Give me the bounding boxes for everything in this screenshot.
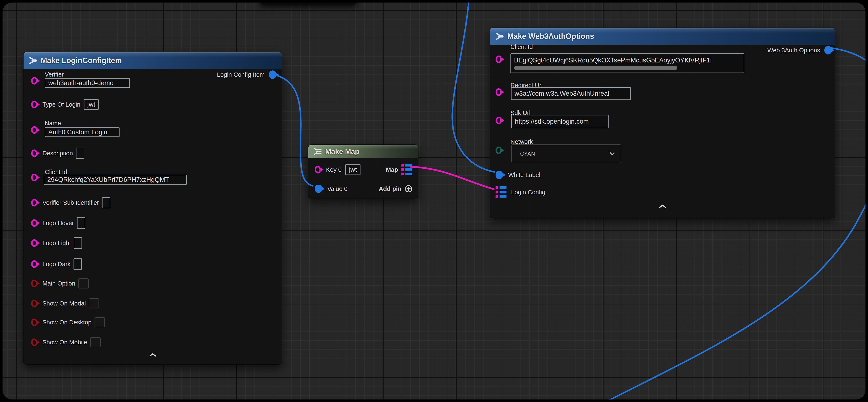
web3auth-options-output-pin[interactable]: [824, 46, 832, 54]
client-id-input[interactable]: BEglQSgt4cUWcj6SKRdu5QkOXTsePmMcusG5EAoy…: [510, 53, 744, 73]
pin-label-show-on-desktop: Show On Desktop: [42, 319, 92, 326]
logo-light-pin[interactable]: [31, 239, 37, 247]
make-struct-icon: [494, 32, 504, 41]
show-on-desktop-pin[interactable]: [31, 318, 37, 326]
node-make-map[interactable]: Make Map Key 0 jwt Map Value 0: [308, 144, 418, 199]
sdk-url-input[interactable]: https://sdk.openlogin.com: [511, 115, 609, 128]
name-input[interactable]: Auth0 Custom Login: [45, 127, 120, 137]
redirect-url-input[interactable]: w3a://com.w3a.Web3AuthUnreal: [511, 87, 631, 100]
client-id-input[interactable]: 294QRkchfq2YaXUbPri7D6PH7xzHgQMT: [44, 175, 187, 184]
pin-label-verifier: Verifier: [45, 71, 64, 78]
logo-dark-input[interactable]: [73, 258, 82, 270]
node-make-web3authoptions[interactable]: Make Web3AuthOptions Web 3Auth Options C…: [490, 28, 835, 219]
pin-label-value-0: Value 0: [327, 185, 347, 192]
network-dropdown[interactable]: CYAN: [511, 144, 621, 163]
offscreen-node-bottom: [260, 2, 357, 5]
pin-label-main-option: Main Option: [42, 280, 75, 287]
map-output-pin[interactable]: [401, 164, 412, 176]
verifier-pin[interactable]: [31, 77, 37, 85]
node-header[interactable]: Make LoginConfigItem: [24, 52, 282, 69]
pin-label-show-on-modal: Show On Modal: [42, 300, 86, 307]
verifier-sub-identifier-pin[interactable]: [31, 199, 37, 206]
main-option-checkbox[interactable]: [78, 278, 89, 288]
wire-top-to-whitelabel: [452, 2, 495, 172]
network-pin[interactable]: [496, 147, 502, 154]
pin-label-name: Name: [45, 120, 61, 127]
show-on-modal-checkbox[interactable]: [89, 298, 99, 309]
add-pin-label: Add pin: [379, 185, 401, 192]
logo-hover-input[interactable]: [77, 218, 85, 229]
pin-label-logo-dark: Logo Dark: [42, 261, 70, 268]
collapse-node-button[interactable]: [490, 204, 835, 208]
graph-canvas[interactable]: Make LoginConfigItem Login Config Item V…: [2, 2, 866, 400]
login-config-map-pin[interactable]: [496, 186, 506, 198]
key-0-input[interactable]: jwt: [345, 164, 361, 175]
type-of-login-pin[interactable]: [31, 101, 37, 108]
pin-label-login-config: Login Config: [511, 189, 545, 196]
client-id-pin[interactable]: [31, 174, 37, 181]
wire-map-to-loginconfig: [411, 167, 494, 189]
description-pin[interactable]: [31, 149, 37, 157]
show-on-mobile-checkbox[interactable]: [90, 337, 101, 347]
node-title: Make LoginConfigItem: [41, 56, 122, 65]
node-title: Make Map: [325, 147, 360, 155]
type-of-login-input[interactable]: jwt: [84, 99, 99, 110]
network-selected-value: CYAN: [520, 151, 535, 157]
client-id-pin[interactable]: [496, 56, 502, 63]
output-pin-label: Map: [386, 166, 398, 173]
key-0-pin[interactable]: [315, 166, 321, 173]
name-pin[interactable]: [31, 126, 37, 134]
show-on-desktop-checkbox[interactable]: [95, 317, 105, 327]
logo-light-input[interactable]: [74, 237, 82, 249]
show-on-mobile-pin[interactable]: [31, 339, 37, 346]
logo-hover-pin[interactable]: [31, 219, 37, 227]
client-id-text: BEglQSgt4cUWcj6SKRdu5QkOXTsePmMcusG5EAoy…: [514, 57, 741, 64]
pin-label-show-on-mobile: Show On Mobile: [42, 339, 87, 346]
main-option-pin[interactable]: [31, 280, 37, 287]
collapse-node-button[interactable]: [24, 353, 282, 357]
login-config-item-output-pin[interactable]: [269, 70, 276, 79]
value-0-pin[interactable]: [315, 184, 322, 193]
pin-label-white-label: White Label: [508, 172, 540, 178]
add-pin-icon[interactable]: [404, 184, 413, 193]
logo-dark-pin[interactable]: [31, 260, 37, 268]
pin-label-description: Description: [42, 150, 73, 157]
description-input[interactable]: [76, 148, 84, 159]
sdk-url-pin[interactable]: [496, 117, 502, 124]
pin-label-key-0: Key 0: [326, 166, 342, 173]
node-title: Make Web3AuthOptions: [507, 32, 594, 41]
output-pin-label: Login Config Item: [217, 71, 265, 78]
chevron-down-icon: [610, 152, 615, 155]
node-header[interactable]: Make Map: [308, 145, 418, 158]
redirect-url-pin[interactable]: [496, 88, 502, 96]
output-pin-label: Web 3Auth Options: [767, 47, 820, 54]
client-id-scrollbar[interactable]: [514, 66, 677, 70]
verifier-input[interactable]: web3auth-auth0-demo: [45, 78, 130, 88]
make-map-icon: [313, 147, 322, 155]
pin-label-logo-light: Logo Light: [42, 240, 71, 247]
blueprint-editor: Make LoginConfigItem Login Config Item V…: [0, 0, 868, 402]
pin-label-type-of-login: Type Of Login: [42, 101, 81, 108]
verifier-sub-identifier-input[interactable]: [102, 197, 110, 208]
node-header[interactable]: Make Web3AuthOptions: [490, 28, 835, 45]
pin-label-client-id: Client Id: [510, 44, 533, 51]
white-label-pin[interactable]: [496, 171, 503, 179]
node-make-loginconfigitem[interactable]: Make LoginConfigItem Login Config Item V…: [23, 52, 282, 365]
show-on-modal-pin[interactable]: [31, 299, 37, 307]
pin-label-verifier-sub-identifier: Verifier Sub Identifier: [42, 199, 99, 206]
pin-label-logo-hover: Logo Hover: [42, 220, 74, 227]
make-struct-icon: [28, 56, 37, 65]
